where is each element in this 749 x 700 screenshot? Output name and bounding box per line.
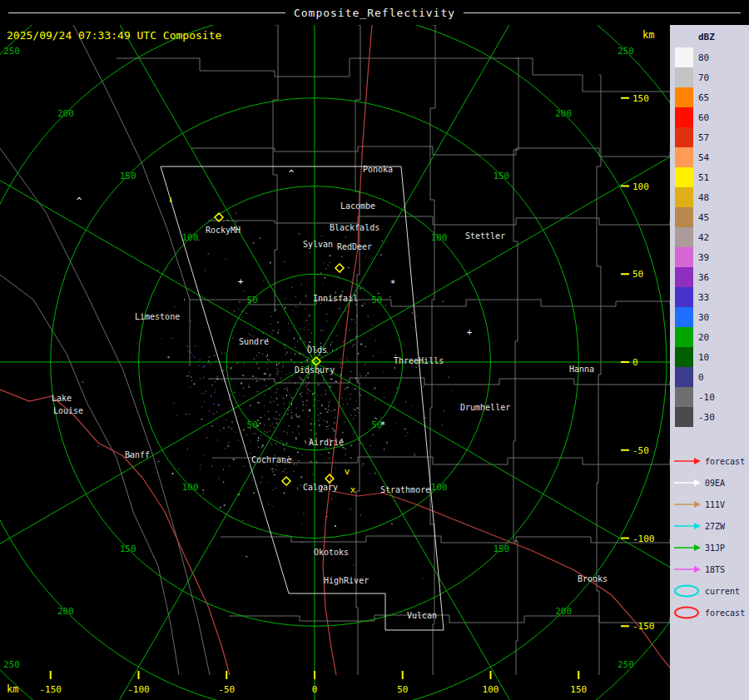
colorbar-value: 48	[698, 192, 709, 203]
colorbar: 807065605754514845423936333020100-10-30	[670, 47, 749, 427]
colorbar-entry: 10	[670, 347, 749, 367]
colorbar-value: 65	[698, 92, 709, 103]
colorbar-value: 10	[698, 352, 709, 363]
range-ring-labels: 5010015020025050100150200250501001502002…	[3, 46, 634, 670]
axis-layer: 150100500-50-100-150-150-100-50050100150…	[7, 93, 655, 695]
colorbar-entry: 36	[670, 267, 749, 287]
city-label: Ponoka	[363, 165, 393, 174]
legend-item-arrow-09EA: 09EA	[670, 472, 749, 494]
colorbar-value: 57	[698, 132, 709, 143]
arr-symbol: ↓	[168, 194, 174, 205]
svg-text:100: 100	[182, 482, 199, 493]
side-panel: dBZ 807065605754514845423936333020100-10…	[670, 25, 749, 700]
colorbar-entry: 33	[670, 287, 749, 307]
svg-text:50: 50	[247, 295, 258, 305]
svg-text:100: 100	[431, 482, 448, 493]
colorbar-title: dBZ	[698, 32, 749, 42]
right-axis-label: 50	[632, 269, 643, 280]
city-label: Sundre	[239, 337, 269, 346]
svg-text:200: 200	[555, 606, 572, 617]
colorbar-entry: 60	[670, 107, 749, 127]
city-label: RockyMH	[206, 226, 241, 235]
city-label: Blackfalds	[330, 223, 379, 232]
colorbar-value: 36	[698, 272, 709, 283]
city-label: Innisfail	[313, 294, 358, 303]
plus-symbol: +	[467, 327, 473, 338]
svg-text:100: 100	[431, 232, 448, 243]
star-symbol: *	[390, 278, 396, 289]
arrow-icon	[672, 454, 702, 469]
axis-unit-top: km	[642, 29, 654, 41]
x-symbol: x	[350, 484, 356, 495]
svg-text:250: 250	[3, 46, 20, 57]
colorbar-entry: 57	[670, 127, 749, 147]
colorbar-swatch	[675, 307, 693, 327]
city-label: Lacombe	[340, 201, 375, 211]
colorbar-value: 80	[698, 52, 709, 63]
radar-map[interactable]: 5010015020025050100150200250501001502002…	[0, 25, 670, 700]
colorbar-entry: 51	[670, 167, 749, 187]
colorbar-swatch	[675, 367, 693, 387]
svg-text:50: 50	[247, 420, 258, 430]
legend-label: 09EA	[705, 479, 725, 488]
colorbar-entry: 42	[670, 227, 749, 247]
colorbar-swatch	[675, 327, 693, 347]
svg-text:150: 150	[493, 544, 509, 554]
colorbar-swatch	[675, 147, 693, 167]
city-label: Louise	[53, 406, 83, 415]
legend-item-arrow-27ZW: 27ZW	[670, 515, 749, 537]
city-label: Airdrie	[309, 438, 344, 447]
star-symbol: *	[380, 420, 386, 430]
right-axis-label: 150	[632, 93, 649, 104]
colorbar-swatch	[675, 167, 693, 187]
svg-text:200: 200	[57, 108, 74, 119]
city-label: ThreeHills	[394, 356, 444, 365]
arrow-icon	[672, 562, 702, 577]
colorbar-entry: 30	[670, 307, 749, 327]
legend-item-ellipse-forecast: forecast	[670, 602, 749, 623]
radar-site-marker	[325, 474, 334, 483]
city-label: Stettler	[465, 231, 505, 241]
arrow-icon	[672, 519, 702, 534]
caret-symbol: ^	[77, 196, 82, 206]
colorbar-entry: 54	[670, 147, 749, 167]
bottom-axis-label: 100	[483, 684, 499, 695]
v-symbol: v	[345, 466, 350, 477]
city-label: Didsbury	[295, 365, 335, 375]
city-label: Calgary	[303, 483, 338, 492]
city-label: RedDeer	[337, 242, 372, 251]
colorbar-value: 54	[698, 152, 709, 163]
colorbar-entry: 45	[670, 207, 749, 227]
colorbar-swatch	[675, 107, 693, 127]
colorbar-swatch	[675, 407, 693, 427]
city-label: Vulcan	[407, 611, 437, 620]
range-rings	[0, 25, 670, 700]
title-rule-left	[8, 12, 285, 13]
svg-text:250: 250	[3, 659, 20, 670]
city-label: Limestone	[135, 312, 180, 321]
colorbar-value: -10	[698, 392, 715, 403]
colorbar-entry: 80	[670, 47, 749, 67]
window-title: Composite_Reflectivity	[294, 7, 455, 19]
legend-item-arrow-18TS: 18TS	[670, 559, 749, 580]
colorbar-value: -30	[698, 412, 715, 423]
colorbar-swatch	[675, 247, 693, 267]
legend-item-arrow-111V: 111V	[670, 494, 749, 515]
radar-site-marker	[335, 264, 344, 272]
colorbar-swatch	[675, 127, 693, 147]
svg-text:100: 100	[182, 232, 199, 243]
city-label: Cochrane	[251, 455, 291, 464]
ellipse-icon	[672, 583, 702, 598]
colorbar-swatch	[675, 347, 693, 367]
right-axis-label: -150	[632, 621, 655, 632]
colorbar-entry: 65	[670, 87, 749, 107]
radar-site-marker	[282, 477, 290, 485]
legend-label: current	[705, 587, 740, 596]
map-area[interactable]: 5010015020025050100150200250501001502002…	[0, 25, 670, 700]
city-label: Olds	[307, 345, 327, 355]
svg-text:200: 200	[555, 108, 572, 119]
colorbar-value: 30	[698, 312, 709, 323]
colorbar-entry: 48	[670, 187, 749, 207]
colorbar-value: 60	[698, 112, 709, 123]
plus-symbol: +	[238, 276, 244, 287]
